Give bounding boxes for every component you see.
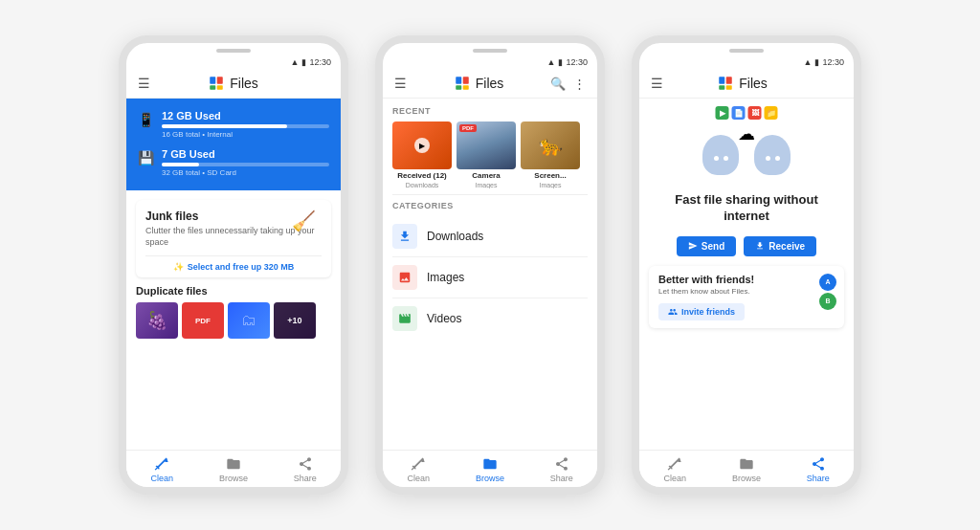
phone-speaker-1 xyxy=(216,49,251,53)
more-icon-2[interactable]: ⋮ xyxy=(573,77,586,91)
fi-green: ▶ xyxy=(716,106,729,120)
videos-icon xyxy=(392,306,417,331)
recent-item-received[interactable]: ▶ Received (12) Downloads xyxy=(392,121,452,188)
svg-rect-8 xyxy=(719,77,724,84)
recent-item-screen[interactable]: 🐆 Screen... Images xyxy=(521,121,580,188)
signal-icon-3: ▲ xyxy=(804,57,813,67)
cat-downloads[interactable]: Downloads xyxy=(392,216,588,257)
fi-red: 🖼 xyxy=(748,106,762,120)
storage-bar-fill-internal xyxy=(162,124,287,128)
nav-browse-label-1: Browse xyxy=(219,474,248,483)
junk-action-label: Select and free up 320 MB xyxy=(188,262,295,272)
files-logo-2 xyxy=(454,75,471,92)
share-icon-2 xyxy=(554,456,569,472)
app-bar-title-2: Files xyxy=(407,75,550,92)
play-badge-received: ▶ xyxy=(392,121,452,169)
recent-sub-received: Downloads xyxy=(406,182,439,188)
recent-name-received: Received (12) xyxy=(397,171,447,180)
nav-browse-2[interactable]: Browse xyxy=(455,456,526,483)
categories-label: CATEGORIES xyxy=(392,201,588,210)
battery-icon-2: ▮ xyxy=(558,57,563,67)
phone1-content: 📱 12 GB Used 16 GB total • Internal 💾 7 … xyxy=(126,99,341,450)
nav-browse-3[interactable]: Browse xyxy=(711,456,783,483)
battery-icon-1: ▮ xyxy=(301,57,306,67)
cat-images[interactable]: Images xyxy=(392,257,588,298)
send-label: Send xyxy=(702,241,724,252)
nav-clean-label-1: Clean xyxy=(151,474,174,483)
receive-button[interactable]: Receive xyxy=(744,236,816,256)
play-circle: ▶ xyxy=(414,138,430,153)
storage-bar-fill-sd xyxy=(162,163,199,166)
send-button[interactable]: Send xyxy=(677,236,736,256)
phone3-content: ▶ 📄 🖼 📁 xyxy=(639,99,854,450)
junk-action[interactable]: ✨ Select and free up 320 MB xyxy=(145,255,322,272)
junk-card-inner: Junk files Clutter the files unnecessari… xyxy=(145,210,322,248)
friends-title: Better with friends! xyxy=(658,274,835,285)
ghost-container: ▶ 📄 🖼 📁 xyxy=(699,114,794,181)
nav-clean-3[interactable]: Clean xyxy=(639,456,711,483)
nav-share-3[interactable]: Share xyxy=(782,456,854,483)
categories-section: CATEGORIES Downloads Images xyxy=(383,195,597,344)
share-illustration: ▶ 📄 🖼 📁 xyxy=(639,99,854,188)
nav-share-2[interactable]: Share xyxy=(525,456,597,483)
storage-label-internal: 12 GB Used xyxy=(162,110,329,121)
duplicate-section: Duplicate files 🍇 PDF 🗂 +10 xyxy=(126,277,341,339)
time-3: 12:30 xyxy=(822,57,844,67)
signal-icon-2: ▲ xyxy=(547,57,556,67)
svg-rect-9 xyxy=(726,77,732,84)
recent-name-camera: Camera xyxy=(472,171,500,180)
ghost-eye-l2 xyxy=(724,156,728,161)
nav-clean-label-2: Clean xyxy=(408,474,431,483)
cloud-icon: ☁ xyxy=(738,123,755,144)
nav-browse-label-3: Browse xyxy=(732,474,761,483)
storage-bar-internal xyxy=(162,124,329,128)
ghost-right-eyes xyxy=(766,156,780,161)
app-bar-1: ☰ Files xyxy=(126,69,341,99)
nav-clean-1[interactable]: Clean xyxy=(126,456,198,483)
nav-clean-2[interactable]: Clean xyxy=(383,456,455,483)
cat-videos-label: Videos xyxy=(427,312,588,325)
hamburger-menu-2[interactable]: ☰ xyxy=(394,76,407,91)
hamburger-menu-3[interactable]: ☰ xyxy=(651,76,663,91)
hamburger-menu-1[interactable]: ☰ xyxy=(138,76,150,91)
invite-button[interactable]: Invite friends xyxy=(658,303,745,320)
svg-rect-5 xyxy=(462,77,468,84)
bottom-nav-3: Clean Browse Share xyxy=(639,450,854,487)
storage-sub-sd: 32 GB total • SD Card xyxy=(162,168,329,177)
share-title: Fast file sharing without internet xyxy=(655,192,838,225)
storage-bar-sd xyxy=(162,163,329,166)
send-icon xyxy=(688,241,698,251)
downloads-icon xyxy=(392,224,417,249)
broom-icon-2 xyxy=(411,456,426,472)
thumb-more: +10 xyxy=(274,302,316,339)
storage-sub-internal: 16 GB total • Internal xyxy=(162,130,329,139)
nav-browse-1[interactable]: Browse xyxy=(198,456,270,483)
share-icon-3 xyxy=(811,456,826,472)
svg-rect-2 xyxy=(210,85,215,90)
status-bar-1: ▲ ▮ 12:30 xyxy=(126,55,341,69)
share-icon-1 xyxy=(298,456,313,472)
scene: ▲ ▮ 12:30 ☰ Files 📱 xyxy=(0,0,980,530)
cat-downloads-label: Downloads xyxy=(427,230,588,243)
share-headline: Fast file sharing without internet xyxy=(639,188,854,236)
phone-1: ▲ ▮ 12:30 ☰ Files 📱 xyxy=(119,35,348,495)
storage-info-sd: 7 GB Used 32 GB total • SD Card xyxy=(162,148,329,177)
recent-thumb-screen: 🐆 xyxy=(521,121,580,169)
svg-rect-7 xyxy=(462,85,468,90)
storage-item-sd: 💾 7 GB Used 32 GB total • SD Card xyxy=(138,148,329,177)
nav-share-1[interactable]: Share xyxy=(269,456,341,483)
storage-item-internal: 📱 12 GB Used 16 GB total • Internal xyxy=(138,110,329,139)
cat-videos[interactable]: Videos xyxy=(392,298,588,339)
invite-label: Invite friends xyxy=(681,307,735,317)
sd-storage-icon: 💾 xyxy=(138,150,154,166)
recent-item-camera[interactable]: PDF Camera Images xyxy=(457,121,516,188)
friends-avatars: A B xyxy=(819,274,836,310)
phone-speaker-3 xyxy=(729,49,764,53)
svg-rect-11 xyxy=(726,85,732,90)
tiger-emoji: 🐆 xyxy=(521,121,580,169)
phone-speaker-2 xyxy=(473,49,507,53)
broom-icon-1 xyxy=(154,456,169,472)
friends-desc: Let them know about Files. xyxy=(658,287,835,296)
search-icon-2[interactable]: 🔍 xyxy=(550,77,566,91)
junk-illustration: 🧹 xyxy=(292,210,316,232)
